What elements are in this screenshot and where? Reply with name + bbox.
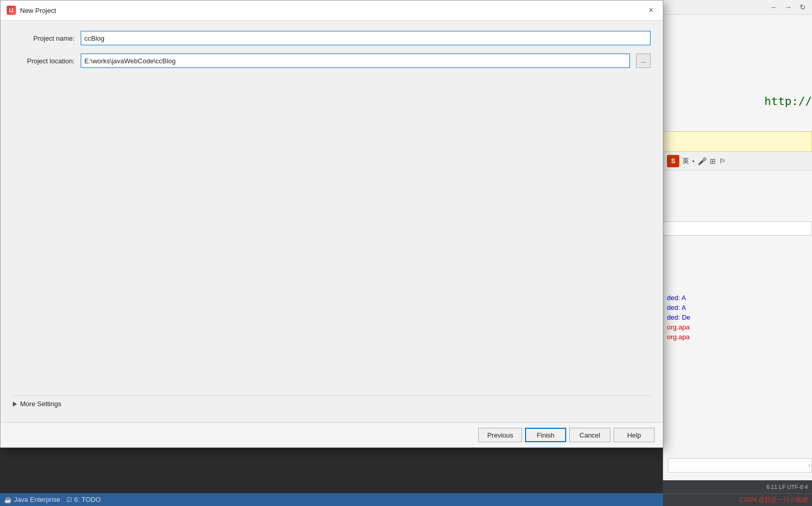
sogou-bar: S 英 • 🎤 ⊞ 🏳 (663, 152, 812, 171)
line-col-info: 6:11 LF UTF-8 4 (766, 484, 808, 490)
todo-icon: ☑ (66, 496, 72, 503)
java-enterprise-label: Java Enterprise (14, 496, 60, 503)
mic-icon[interactable]: 🎤 (698, 157, 707, 165)
todo-label: 6: TODO (74, 496, 101, 503)
grid-icon[interactable]: ⊞ (710, 157, 716, 165)
finish-button[interactable]: Finish (525, 428, 566, 442)
dialog-close-button[interactable]: × (645, 5, 657, 16)
sogou-lang: 英 (682, 156, 689, 166)
csdn-text: CSDN @我是一只小狐狸 (739, 496, 808, 504)
statusbar: ☕ Java Enterprise ☑ 6: TODO (0, 493, 663, 506)
yellow-box (663, 131, 812, 152)
right-input-area: › (663, 221, 812, 237)
cancel-button[interactable]: Cancel (569, 428, 610, 442)
dialog-footer: Previous Finish Cancel Help (1, 422, 663, 447)
sogou-logo: S (667, 155, 679, 167)
triangle-icon (13, 402, 17, 407)
project-location-input[interactable] (81, 54, 630, 68)
project-location-label: Project location: (13, 57, 75, 65)
right-bottom-info: CSDN @我是一只小狐狸 (663, 493, 812, 506)
chevron-right-icon: › (808, 462, 810, 469)
http-text: http:// (764, 93, 812, 110)
flag-icon[interactable]: 🏳 (719, 157, 726, 165)
right-input-line-1 (663, 221, 812, 236)
more-settings-row[interactable]: More Settings (13, 395, 651, 412)
dialog-title-text: New Project (20, 7, 56, 14)
code-lines-area: ded: A ded: A ded: De org.apa org.apa (663, 291, 812, 344)
forward-icon[interactable]: → (783, 2, 793, 12)
dialog-title-icon: IJ (7, 6, 16, 15)
right-input-line-2: › (668, 458, 812, 473)
code-line-3: ded: De (663, 312, 812, 322)
project-name-input[interactable] (81, 31, 651, 45)
dialog-title-left: IJ New Project (7, 6, 56, 15)
dialog-content: Project name: Project location: ... More… (1, 21, 663, 422)
previous-button[interactable]: Previous (478, 428, 522, 442)
browse-button[interactable]: ... (636, 54, 651, 68)
help-button[interactable]: Help (613, 428, 655, 442)
project-name-label: Project name: (13, 34, 75, 42)
refresh-icon[interactable]: ↻ (798, 2, 808, 12)
todo-item[interactable]: ☑ 6: TODO (66, 496, 101, 503)
dot-icon: • (692, 158, 695, 165)
code-line-2: ded: A (663, 303, 812, 312)
more-settings-label: More Settings (20, 400, 61, 408)
java-enterprise-item[interactable]: ☕ Java Enterprise (4, 496, 60, 503)
dialog-titlebar: IJ New Project × (1, 1, 663, 21)
project-location-row: Project location: ... (13, 54, 651, 68)
right-statusbar: 6:11 LF UTF-8 4 (663, 480, 812, 493)
content-spacer (13, 76, 651, 387)
right-panel: ← → ↻ http:// S 英 • 🎤 ⊞ 🏳 › ded: A ded: … (663, 0, 812, 506)
code-line-1: ded: A (663, 293, 812, 303)
new-project-dialog: IJ New Project × Project name: Project l… (0, 0, 663, 448)
java-enterprise-icon: ☕ (4, 496, 12, 503)
back-icon[interactable]: ← (769, 2, 779, 12)
project-name-row: Project name: (13, 31, 651, 45)
code-line-5: org.apa (663, 332, 812, 342)
code-line-4: org.apa (663, 322, 812, 332)
right-panel-toolbar: ← → ↻ (663, 0, 812, 15)
